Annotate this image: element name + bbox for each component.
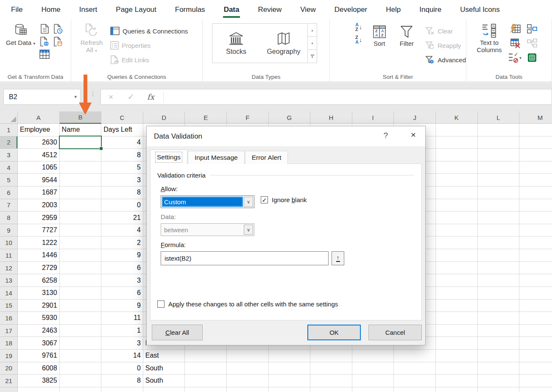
ignore-blank-checkbox-row[interactable]: ✓ Ignore blank [261,196,307,203]
ribbon-tab-review[interactable]: Review [248,0,291,19]
ribbon-tab-home[interactable]: Home [32,0,70,19]
cell-K4[interactable] [436,161,478,174]
allow-dropdown[interactable]: Custom ∨ [161,195,254,208]
cell-M2[interactable] [519,136,552,149]
column-header-b[interactable]: B [60,111,102,124]
cell-B15[interactable] [60,300,102,312]
clear-all-button[interactable]: Clear All [152,325,203,340]
cell-C13[interactable]: 3 [101,274,143,287]
cell-I-partial[interactable] [352,387,394,392]
cell-B16[interactable] [60,312,102,325]
formula-bar-resize-dots[interactable]: ⋮ [90,92,94,95]
cell-C9[interactable]: 4 [101,224,143,237]
column-header-c[interactable]: C [101,111,143,124]
cell-I20[interactable] [352,362,394,375]
sort-za-button[interactable]: ZA↓ [355,35,362,44]
cell-K7[interactable] [436,199,478,212]
cell-K17[interactable] [436,325,478,337]
geography-button[interactable]: Geography [260,24,307,63]
sort-button[interactable]: ZAAZ Sort [367,22,392,66]
name-box-dropdown-icon[interactable]: ▾ [74,94,77,100]
cell-L7[interactable] [478,199,520,212]
cell-L-partial[interactable] [478,387,520,392]
cell-A16[interactable]: 5930 [18,312,60,325]
row-header-7[interactable]: 7 [0,199,18,212]
cell-M15[interactable] [519,300,552,312]
cell-L6[interactable] [478,186,520,199]
collapse-dialog-button[interactable]: ↑ [332,251,344,265]
cell-K18[interactable] [436,337,478,350]
sort-az-button[interactable]: AZ↓ [355,22,362,32]
cancel-entry-icon[interactable]: × [101,92,121,102]
cell-M8[interactable] [519,211,552,224]
stocks-button[interactable]: Stocks [212,24,260,63]
cell-A6[interactable]: 1687 [18,186,60,199]
cell-J21[interactable] [394,375,436,387]
apply-changes-checkbox[interactable] [157,300,164,308]
cell-C10[interactable]: 2 [101,236,143,249]
cell-L13[interactable] [478,274,520,287]
cell-C11[interactable]: 9 [101,249,143,262]
cell-C12[interactable]: 6 [101,262,143,275]
cell-E-partial[interactable] [185,387,227,392]
cell-C16[interactable]: 11 [101,312,143,325]
cell-H-partial[interactable] [310,387,352,392]
cell-M19[interactable] [519,350,552,362]
cell-C21[interactable]: 8 [101,375,143,387]
cell-L19[interactable] [478,350,520,362]
ribbon-tab-developer[interactable]: Developer [325,0,377,19]
relationships-icon[interactable] [527,38,538,48]
cell-C8[interactable]: 21 [101,211,143,224]
cell-D20[interactable]: South [143,362,185,375]
cell-M9[interactable] [519,224,552,237]
cell-K21[interactable] [436,375,478,387]
cell-L14[interactable] [478,287,520,300]
cell-D19[interactable]: East [143,350,185,362]
cell-L17[interactable] [478,325,520,337]
row-header-2[interactable]: 2 [0,136,18,149]
cell-B8[interactable] [60,211,102,224]
data-validation-button[interactable]: ✓ ▾ [509,53,521,63]
cell-C1[interactable]: Days Left [101,124,143,136]
cell-A17[interactable]: 2463 [18,325,60,337]
row-header-4[interactable]: 4 [0,161,18,174]
row-header-13[interactable]: 13 [0,274,18,287]
cell-M6[interactable] [519,186,552,199]
cell-C20[interactable]: 0 [101,362,143,375]
cell-H21[interactable] [310,375,352,387]
cell-B5[interactable] [60,174,102,186]
column-header-j[interactable]: J [394,111,436,124]
chevron-down-icon[interactable]: ∨ [244,197,253,207]
cell-K3[interactable] [436,149,478,161]
cell-B6[interactable] [60,186,102,199]
cell-L5[interactable] [478,174,520,186]
cell-M10[interactable] [519,236,552,249]
ribbon-tab-insert[interactable]: Insert [70,0,107,19]
manage-data-model-icon[interactable] [527,53,538,63]
gallery-down-icon[interactable]: ▾ [308,37,317,50]
row-header-10[interactable]: 10 [0,236,18,249]
cell-B2[interactable] [60,136,102,149]
cell-B4[interactable] [60,161,102,174]
cell-K13[interactable] [436,274,478,287]
insert-function-icon[interactable]: fx [141,92,161,101]
column-header-i[interactable]: I [352,111,394,124]
row-header-17[interactable]: 17 [0,325,18,337]
cell-B1[interactable]: Name [60,124,102,136]
column-header-f[interactable]: F [227,111,269,124]
cell-A12[interactable]: 2729 [18,262,60,275]
cell-K2[interactable] [436,136,478,149]
cell-A15[interactable]: 2901 [18,300,60,312]
cell-J-partial[interactable] [394,387,436,392]
row-header-18[interactable]: 18 [0,337,18,350]
cell-F20[interactable] [227,362,269,375]
cell-B11[interactable] [60,249,102,262]
cell-K11[interactable] [436,249,478,262]
cell-C7[interactable]: 0 [101,199,143,212]
cell-C5[interactable]: 3 [101,174,143,186]
cell-K20[interactable] [436,362,478,375]
row-header-12[interactable]: 12 [0,262,18,275]
cell-M17[interactable] [519,325,552,337]
ribbon-tab-useful-icons[interactable]: Useful Icons [451,0,509,19]
ribbon-tab-formulas[interactable]: Formulas [166,0,215,19]
